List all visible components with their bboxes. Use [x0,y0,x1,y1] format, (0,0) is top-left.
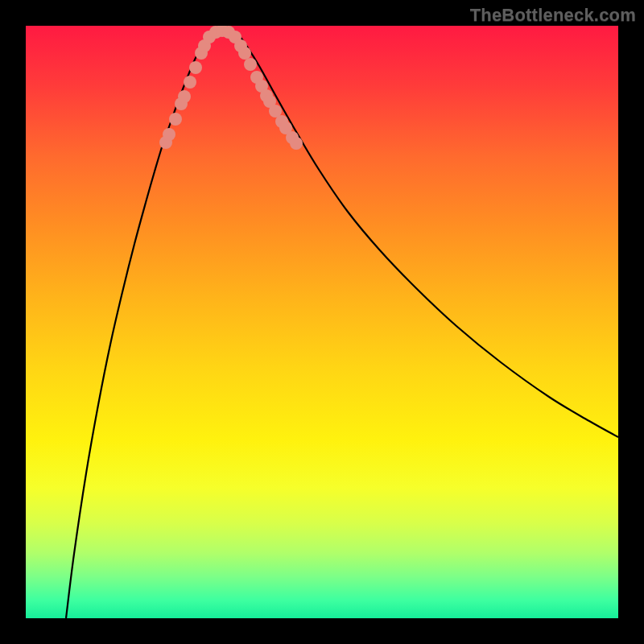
marker-left [169,113,182,126]
marker-left [184,76,196,89]
watermark-text: TheBottleneck.com [470,5,636,26]
bottleneck-curve-left [66,35,207,618]
curve-layer [26,26,618,618]
plot-area [26,26,618,618]
marker-left [163,128,175,141]
marker-right [244,58,257,71]
marker-left [178,90,191,103]
marker-left [189,61,202,74]
chart-frame: TheBottleneck.com [0,0,644,644]
bottleneck-curve-right [239,35,618,437]
marker-right [238,47,251,60]
marker-right [290,137,303,150]
data-markers [159,26,303,150]
